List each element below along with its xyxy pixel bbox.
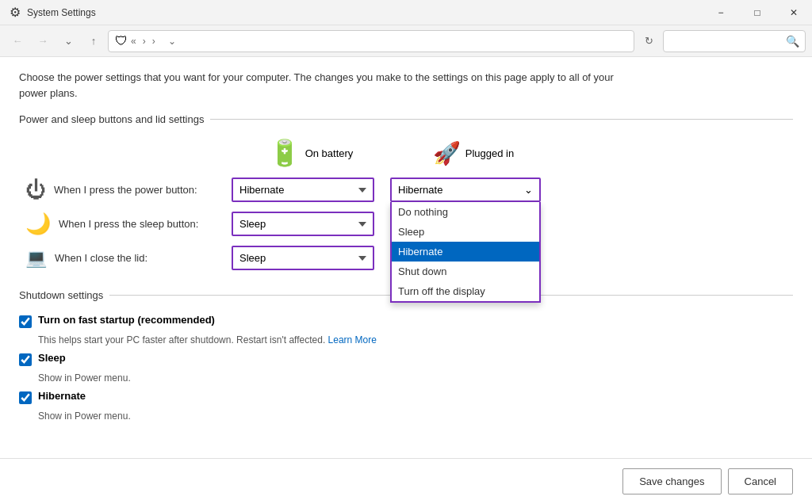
bottom-bar: Save changes Cancel (0, 458, 812, 504)
power-button-text: When I press the power button: (54, 184, 197, 196)
up-button[interactable]: ↑ (82, 30, 105, 52)
titlebar-controls: − □ ✕ (703, 0, 812, 25)
sleep-icon: 🌙 (25, 212, 51, 236)
power-battery-select[interactable]: Do nothing Sleep Hibernate Shut down Tur… (232, 178, 374, 202)
section1-line (210, 119, 793, 120)
dropdown-item-donothing[interactable]: Do nothing (392, 202, 539, 222)
cancel-button[interactable]: Cancel (728, 468, 793, 494)
sleep-battery-select[interactable]: Do nothing Sleep Hibernate Shut down Tur… (232, 212, 374, 236)
col-pluggedin-header: 🚀 Plugged in (390, 138, 557, 168)
maximize-button[interactable]: □ (739, 0, 776, 25)
learn-more-link[interactable]: Learn More (328, 334, 377, 346)
search-icon: 🔍 (786, 35, 799, 48)
hibernate-shutdown-row: Hibernate (19, 390, 793, 404)
lid-label: 💻 When I close the lid: (25, 248, 232, 269)
hibernate-shutdown-label: Hibernate (38, 390, 86, 402)
fast-startup-label: Turn on fast startup (recommended) (38, 314, 215, 326)
lid-text: When I close the lid: (55, 252, 147, 264)
section1-title: Power and sleep buttons and lid settings (19, 113, 204, 125)
intro-text: Choose the power settings that you want … (19, 70, 622, 101)
power-battery-select-wrapper: Do nothing Sleep Hibernate Shut down Tur… (232, 178, 390, 202)
refresh-icon: ↻ (645, 35, 653, 47)
app-title: System Settings (27, 7, 96, 18)
sleep-battery-select-wrapper: Do nothing Sleep Hibernate Shut down Tur… (232, 212, 390, 236)
search-container: 🔍 (663, 30, 806, 52)
lid-battery-select-wrapper: Do nothing Sleep Hibernate Shut down Tur… (232, 246, 390, 270)
power-pluggedin-chevron-icon: ⌄ (524, 184, 533, 196)
sleep-shutdown-desc: Show in Power menu. (38, 372, 793, 384)
address-bar: 🛡 « › › ⌄ (108, 30, 634, 52)
power-pluggedin-dropdown-list: Do nothing Sleep Hibernate Shut down Tur… (390, 202, 541, 303)
address-sep3: › (152, 36, 155, 47)
lid-battery-select[interactable]: Do nothing Sleep Hibernate Shut down Tur… (232, 246, 374, 270)
dropdown-item-sleep[interactable]: Sleep (392, 222, 539, 242)
battery-icon: 🔋 (269, 138, 301, 168)
shutdown-section: Turn on fast startup (recommended) This … (19, 314, 793, 422)
address-sep1: « (131, 36, 136, 47)
dropdown-history-button[interactable]: ⌄ (57, 30, 79, 52)
titlebar: ⚙ System Settings − □ ✕ (0, 0, 812, 25)
forward-button[interactable]: → (32, 30, 54, 52)
fast-startup-row: Turn on fast startup (recommended) (19, 314, 793, 328)
back-button[interactable]: ← (6, 30, 29, 52)
section1-header: Power and sleep buttons and lid settings (19, 113, 793, 125)
power-pluggedin-value: Hibernate (398, 184, 442, 196)
address-sep2: › (143, 36, 146, 47)
minimize-button[interactable]: − (703, 0, 739, 25)
column-headers: 🔋 On battery 🚀 Plugged in (25, 138, 793, 168)
col-pluggedin-label: Plugged in (465, 147, 514, 159)
search-input[interactable] (663, 30, 806, 52)
power-icon: ⏻ (25, 178, 46, 202)
fast-startup-checkbox[interactable] (19, 315, 32, 328)
dropdown-item-hibernate[interactable]: Hibernate (392, 242, 539, 262)
save-changes-button[interactable]: Save changes (622, 468, 721, 494)
power-pluggedin-dropdown: Hibernate ⌄ Do nothing Sleep Hibernate S… (390, 178, 541, 202)
chevron-down-icon: ⌄ (64, 35, 73, 47)
col-battery-label: On battery (305, 147, 354, 159)
dropdown-item-shutdown[interactable]: Shut down (392, 262, 539, 281)
back-icon: ← (13, 35, 23, 47)
sleep-button-label: 🌙 When I press the sleep button: (25, 212, 232, 236)
fast-startup-desc-text: This helps start your PC faster after sh… (38, 334, 325, 346)
settings-grid: 🔋 On battery 🚀 Plugged in ⏻ When I press… (25, 138, 793, 270)
close-button[interactable]: ✕ (776, 0, 812, 25)
sleep-shutdown-checkbox[interactable] (19, 353, 32, 366)
power-button-label: ⏻ When I press the power button: (25, 178, 232, 202)
sleep-shutdown-row: Sleep (19, 352, 793, 366)
app-icon: ⚙ (10, 5, 21, 20)
titlebar-left: ⚙ System Settings (10, 5, 96, 20)
lid-icon: 💻 (25, 248, 47, 269)
hibernate-shutdown-checkbox[interactable] (19, 391, 32, 404)
section2-title: Shutdown settings (19, 289, 103, 301)
sleep-shutdown-label: Sleep (38, 352, 66, 364)
dropdown-item-turnoffdisplay[interactable]: Turn off the display (392, 281, 539, 301)
up-icon: ↑ (91, 35, 97, 47)
forward-icon: → (38, 35, 48, 47)
power-pluggedin-dropdown-header[interactable]: Hibernate ⌄ (390, 178, 541, 202)
address-expand-icon[interactable]: ⌄ (168, 36, 176, 47)
address-shield-icon: 🛡 (115, 34, 128, 48)
pluggedin-icon: 🚀 (433, 140, 461, 166)
refresh-button[interactable]: ↻ (638, 30, 660, 52)
main-content: Choose the power settings that you want … (0, 57, 812, 504)
toolbar: ← → ⌄ ↑ 🛡 « › › ⌄ ↻ 🔍 (0, 25, 812, 57)
sleep-button-text: When I press the sleep button: (59, 218, 198, 230)
power-button-row: ⏻ When I press the power button: Do noth… (25, 178, 793, 202)
col-battery-header: 🔋 On battery (232, 138, 390, 168)
fast-startup-desc: This helps start your PC faster after sh… (38, 334, 793, 346)
hibernate-shutdown-desc: Show in Power menu. (38, 410, 793, 422)
